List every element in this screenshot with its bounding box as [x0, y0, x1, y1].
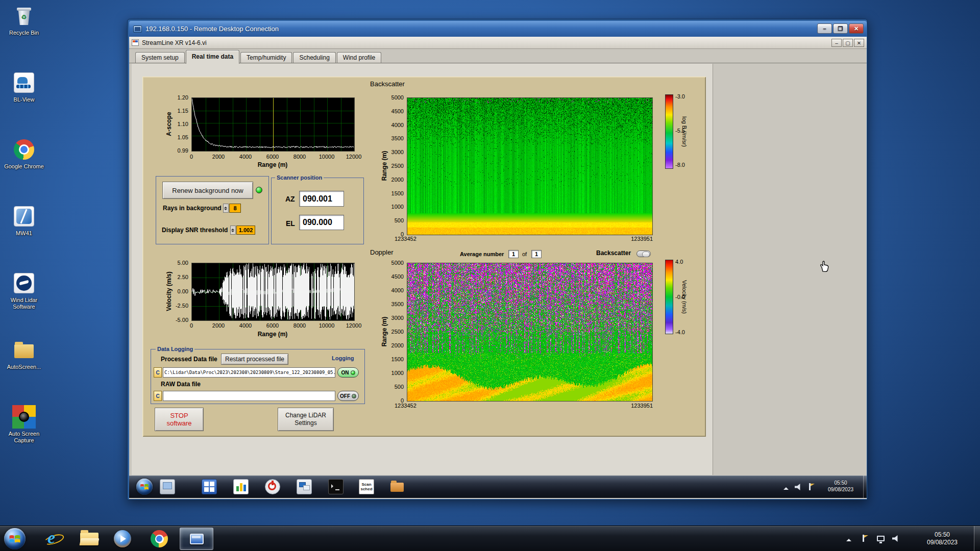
remote-taskbar-icon-app-files[interactable]: [389, 479, 405, 494]
rdp-maximize-button[interactable]: ❐: [833, 23, 848, 34]
tab-temp-humidity[interactable]: Temp/humidity: [240, 52, 292, 63]
tab-system-setup[interactable]: System setup: [135, 52, 185, 63]
desktop-icon-recycle-bin[interactable]: ♻Recycle Bin: [1, 4, 47, 36]
remote-action-center-icon[interactable]: [809, 483, 811, 490]
average-number-input[interactable]: 1: [508, 250, 519, 258]
tab-real-time-data[interactable]: Real time data: [186, 50, 239, 64]
remote-taskbar-icon-app-power[interactable]: [265, 479, 280, 494]
raw-file-path-input[interactable]: [163, 391, 335, 401]
tick-label: 8000: [293, 154, 306, 160]
remote-clock[interactable]: 05:50 09/08/2023: [819, 480, 862, 493]
desktop-icon-autoscreen[interactable]: AutoScreen...: [1, 338, 47, 370]
tick-label: 1000: [391, 370, 404, 376]
snr-value[interactable]: 1.002: [236, 226, 255, 235]
renew-background-led: [256, 187, 262, 193]
off-led: [352, 394, 356, 398]
tick-label: 1.05: [178, 134, 188, 140]
tick-label: 3000: [391, 149, 404, 155]
el-label: EL: [286, 219, 295, 228]
stop-line2: software: [166, 419, 191, 427]
el-input[interactable]: 090.000: [299, 215, 344, 230]
taskbar-item-media-player[interactable]: [113, 529, 132, 548]
ascope-y-ticks: 1.201.151.101.050.99: [162, 97, 189, 151]
taskbar-item-internet-explorer[interactable]: [43, 529, 63, 548]
rays-value[interactable]: 8: [229, 204, 241, 213]
change-lidar-settings-button[interactable]: Change LiDAR Settings: [278, 408, 334, 431]
labview-close-button[interactable]: ✕: [854, 39, 864, 47]
labview-minimize-button[interactable]: –: [831, 39, 842, 47]
rdp-titlebar[interactable]: 192.168.0.150 - Remote Desktop Connectio…: [129, 21, 867, 37]
volume-icon[interactable]: [892, 535, 899, 542]
raw-drive-button[interactable]: C: [154, 391, 162, 401]
remote-tray-expand-icon[interactable]: [783, 485, 789, 490]
action-center-icon[interactable]: [863, 535, 864, 542]
tick-label: 2000: [391, 177, 404, 183]
ascope-plot: [191, 97, 355, 152]
autoscreen-icon: [12, 338, 36, 362]
desktop-icon-label: Wind Lidar Software: [1, 297, 47, 310]
tick-label: 1500: [391, 190, 404, 196]
remote-taskbar-icon-app-terminal[interactable]: [328, 479, 344, 494]
mw41-icon: [12, 205, 36, 228]
tick-label: 5000: [391, 260, 404, 266]
backscatter-colorbar-label: log B (/m/sr): [681, 94, 688, 169]
average-of-input[interactable]: 1: [531, 250, 542, 258]
clock[interactable]: 05:50 09/08/2023: [914, 531, 971, 546]
tick-label: -2.50: [176, 303, 188, 309]
rdp-close-button[interactable]: ✕: [849, 23, 864, 34]
tick-label: 2500: [391, 329, 404, 335]
network-icon[interactable]: [877, 536, 885, 541]
labview-maximize-button[interactable]: ▢: [843, 39, 853, 47]
remote-taskbar-icon-app-scan-sched[interactable]: Scan sched: [359, 479, 374, 494]
desktop-icon-auto-screen-capture[interactable]: Auto Screen Capture: [1, 405, 47, 444]
tick-label: 12000: [346, 154, 362, 160]
tick-label: 2000: [391, 342, 404, 348]
tick-label: 4500: [391, 108, 404, 114]
backscatter-y-ticks: 5000450040003500300025002000150010005000: [379, 97, 405, 234]
tick-label: 6000: [266, 322, 279, 329]
remote-show-desktop-button[interactable]: [863, 475, 867, 498]
windows-flag-icon: [9, 533, 21, 545]
remote-taskbar-icon-app-display[interactable]: [297, 479, 312, 494]
processed-logging-on-switch[interactable]: ON: [337, 367, 359, 378]
raw-logging-off-switch[interactable]: OFF: [337, 391, 359, 401]
tray-expand-icon[interactable]: [846, 536, 851, 541]
snr-spinner[interactable]: [230, 226, 236, 235]
show-desktop-button[interactable]: [974, 526, 980, 551]
processed-drive-button[interactable]: C: [154, 367, 162, 378]
change-line2: Settings: [295, 419, 316, 427]
desktop-icon-bl-view[interactable]: BL-View: [1, 71, 47, 103]
stop-software-button[interactable]: STOP software: [155, 408, 204, 431]
az-input[interactable]: 090.001: [299, 191, 344, 207]
desktop-icon-google-chrome[interactable]: Google Chrome: [1, 138, 47, 170]
tick-label: 0.99: [178, 147, 188, 154]
rdp-window-icon: [190, 534, 204, 544]
remote-taskbar-icon-app-window[interactable]: [160, 479, 175, 494]
desktop-icon-mw41[interactable]: MW41: [1, 205, 47, 237]
rays-spinner[interactable]: [223, 204, 229, 213]
labview-titlebar[interactable]: StreamLine XR v14-6.vi – ▢ ✕: [129, 37, 867, 49]
taskbar-item-explorer[interactable]: [80, 529, 99, 548]
start-button[interactable]: [4, 528, 26, 549]
remote-taskbar-icon-app-grid[interactable]: [202, 479, 217, 494]
recycle-bin-icon: ♻: [12, 4, 36, 28]
tick-label: 5000: [391, 94, 404, 101]
remote-taskbar-icon-app-chart[interactable]: [233, 479, 249, 494]
labview-vi-icon: [132, 39, 139, 46]
taskbar-item-chrome[interactable]: [150, 529, 169, 548]
processed-file-path-input[interactable]: C:\Lidar\Data\Proc\2023\202308\20230809\…: [163, 367, 335, 378]
scanner-position-title: Scanner position: [275, 174, 324, 181]
backscatter-colorbar: [665, 94, 673, 169]
taskbar-item-rdp-active[interactable]: [180, 528, 213, 550]
tab-scheduling[interactable]: Scheduling: [293, 52, 335, 63]
restart-processed-file-button[interactable]: Restart processed file: [221, 354, 288, 365]
tab-wind-profile[interactable]: Wind profile: [337, 52, 381, 63]
desktop-icon-wind-lidar[interactable]: Wind Lidar Software: [1, 271, 47, 310]
rdp-window: 192.168.0.150 - Remote Desktop Connectio…: [127, 19, 868, 500]
rdp-minimize-button[interactable]: –: [817, 23, 832, 34]
backscatter-toggle[interactable]: [636, 251, 651, 257]
remote-start-button[interactable]: [136, 479, 153, 495]
renew-background-button[interactable]: Renew background now: [162, 182, 253, 199]
az-label: AZ: [285, 195, 295, 203]
remote-volume-icon[interactable]: [795, 484, 802, 490]
